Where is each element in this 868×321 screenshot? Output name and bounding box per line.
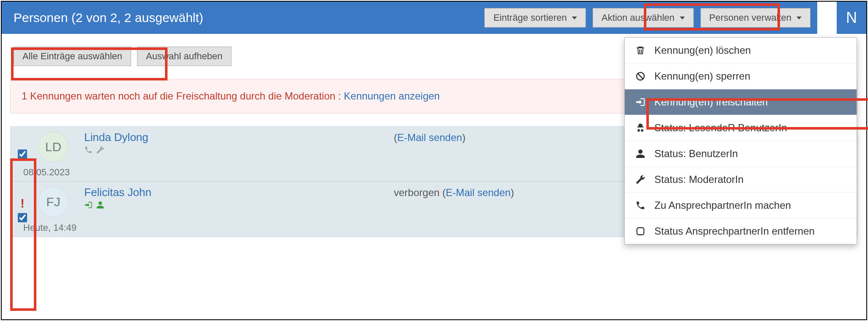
ban-icon [634,71,647,81]
dd-status-moderator[interactable]: Status: ModeratorIn [625,167,857,193]
row-checkbox[interactable] [18,213,27,222]
select-action-button[interactable]: Aktion auswählen [593,8,693,28]
user-icon [96,201,104,209]
right-tab-letter: N [846,9,857,27]
user-icon [634,149,647,159]
wrench-icon [96,146,104,154]
chevron-down-icon [680,17,685,19]
email-suffix: ) [462,132,465,143]
avatar-initials: FJ [38,187,69,217]
dd-label: Status: LesendeR BenutzerIn [654,122,787,134]
notice-link[interactable]: Kennungen anzeigen [344,90,440,102]
svg-rect-8 [637,228,644,235]
dd-label: Zu AnsprechpartnerIn machen [654,199,791,211]
dd-remove-contact[interactable]: Status AnsprechpartnerIn entfernen [625,219,857,244]
dd-unlock[interactable]: Kennung(en) freischalten [625,89,857,115]
dd-label: Status AnsprechpartnerIn entfernen [654,225,815,237]
select-action-label: Aktion auswählen [602,12,674,23]
trash-icon [634,45,647,55]
email-suffix: ) [511,187,514,198]
dd-label: Kennung(en) freischalten [654,96,768,108]
row-email: (E-Mail senden) [394,132,465,144]
dd-make-contact[interactable]: Zu AnsprechpartnerIn machen [625,193,857,219]
wrench-icon [634,174,647,185]
manage-people-button[interactable]: Personen verwalten [700,8,810,28]
sort-entries-label: Einträge sortieren [493,12,567,23]
page-title: Personen (2 von 2, 2 ausgewählt) [14,11,203,25]
phone-icon [84,146,93,154]
deselect-button[interactable]: Auswahl aufheben [137,47,231,66]
dd-label: Kennung(en) löschen [654,44,751,56]
header-gap [817,2,836,34]
notice-text: 1 Kennungen warten noch auf die Freischa… [22,90,344,102]
email-prefix: ( [394,132,397,143]
dd-label: Status: BenutzerIn [654,148,738,160]
manage-people-dropdown: Kennung(en) löschen Kennung(en) sperren … [624,37,857,244]
spy-icon [634,123,647,133]
row-date: Heute, 14:49 [23,222,77,233]
chevron-down-icon [797,17,802,19]
avatar-initials: LD [38,132,69,162]
sort-entries-button[interactable]: Einträge sortieren [484,8,586,28]
login-icon [634,97,647,107]
row-checkbox[interactable] [18,149,27,159]
dd-status-user[interactable]: Status: BenutzerIn [625,141,857,167]
email-send-link[interactable]: E-Mail senden [397,132,462,143]
right-sidebar-tab[interactable]: N [836,2,866,34]
manage-people-label: Personen verwalten [709,12,791,23]
dd-label: Status: ModeratorIn [654,174,744,185]
dd-label: Kennung(en) sperren [654,70,750,82]
square-icon [634,227,647,236]
login-icon [84,201,93,209]
header-bar: Personen (2 von 2, 2 ausgewählt) Einträg… [2,2,866,34]
email-prefix: ( [442,187,446,198]
email-hidden-label: verborgen [394,187,442,198]
dd-block[interactable]: Kennung(en) sperren [625,64,857,89]
svg-line-7 [638,74,643,79]
dd-delete[interactable]: Kennung(en) löschen [625,38,857,64]
dd-status-reader[interactable]: Status: LesendeR BenutzerIn [625,115,857,141]
row-date: 08.05.2023 [23,167,70,178]
row-email: verborgen (E-Mail senden) [394,187,514,199]
alert-icon: ! [20,196,25,210]
phone-icon [634,200,647,210]
chevron-down-icon [572,17,577,19]
email-send-link[interactable]: E-Mail senden [446,187,511,198]
header-actions: Einträge sortieren Aktion auswählen Pers… [484,8,854,28]
select-all-button[interactable]: Alle Einträge auswählen [14,47,131,66]
